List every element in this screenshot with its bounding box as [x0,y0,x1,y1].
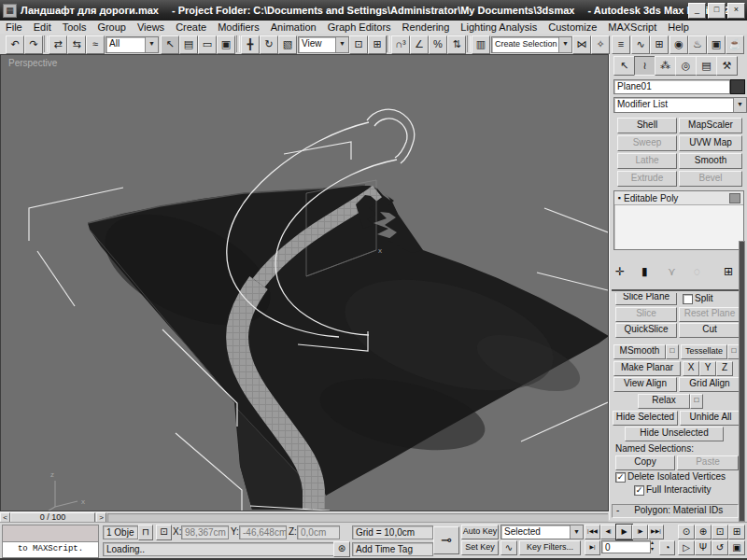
render-production-icon[interactable]: ☕ [726,35,744,54]
stack-item-editable-poly[interactable]: Editable Poly [624,193,729,203]
bind-to-spacewarp-icon[interactable]: ≈ [86,35,105,54]
select-and-move-icon[interactable]: ╋ [241,35,260,54]
rollout-collapse-icon[interactable]: - [616,505,619,516]
menu-customize[interactable]: Customize [543,21,602,33]
pin-stack-icon[interactable]: ✛ [615,265,625,278]
uvw-map-button[interactable]: UVW Map [679,135,742,151]
tessellate-button[interactable]: Tessellate [681,344,727,359]
make-planar-y-button[interactable]: Y [699,361,716,376]
quickslice-button[interactable]: QuickSlice [615,323,677,338]
ref-coord-dropdown[interactable]: View ▼ [298,36,349,53]
x-coordinate-field[interactable]: 98,367cm [181,525,229,539]
tab-display[interactable]: ▤ [696,56,717,76]
add-time-tag[interactable]: Add Time Tag [352,542,433,556]
spinner-down-icon[interactable]: ▾ [651,546,654,552]
named-selection-dropdown[interactable]: Create Selection Set ▼ [491,36,572,53]
hide-unselected-button[interactable]: Hide Unselected [625,427,724,441]
restore-button[interactable]: □ [708,3,726,19]
stack-onoff-icon[interactable] [729,193,740,203]
curve-editor-icon[interactable]: ∿ [631,35,650,54]
menu-tools[interactable]: Tools [57,21,92,33]
title-bar[interactable]: ▦ Ландшафт для дороги.max - Project Fold… [0,0,747,21]
dropdown-arrow-icon[interactable]: ▼ [335,37,348,52]
set-key-button[interactable]: Set Key [461,540,499,555]
menu-maxscript[interactable]: MAXScript [602,21,662,33]
snap-toggle-3d-icon[interactable]: ∩³ [391,35,410,54]
polygon-material-ids-rollout-header[interactable]: - Polygon: Material IDs [612,504,739,518]
show-end-result-icon[interactable]: ▮ [641,265,648,278]
select-and-scale-icon[interactable]: ▧ [278,35,297,54]
menu-file[interactable]: File [0,21,28,33]
object-name-field[interactable]: Plane01 [613,79,730,94]
frame-spinner[interactable]: ▴▾ [649,539,655,553]
layer-manager-icon[interactable]: ≡ [612,35,630,54]
zoom-extents-all-icon[interactable]: ⊞ [728,525,745,539]
previous-frame-icon[interactable]: ◀| [600,525,616,539]
selection-filter-dropdown[interactable]: All ▼ [106,36,159,53]
zoom-extents-icon[interactable]: ⊡ [712,525,728,539]
dropdown-arrow-icon[interactable]: ▼ [558,37,571,52]
listener-macro-line[interactable] [2,525,99,542]
default-tangent-icon[interactable]: ∿ [500,540,517,555]
undo-icon[interactable]: ↶ [6,35,24,54]
isolate-mode-icon[interactable]: ⊛ [333,541,350,557]
copy-button[interactable]: Copy [615,455,675,470]
cut-button[interactable]: Cut [679,323,740,338]
select-and-link-icon[interactable]: ⇄ [49,35,67,54]
selection-set-dropdown[interactable]: Selected ▼ [500,525,584,539]
select-by-name-icon[interactable]: ▤ [179,35,198,54]
select-object-icon[interactable]: ↖ [161,35,179,54]
menu-lighting-analysis[interactable]: Lighting Analysis [455,21,543,33]
menu-modifiers[interactable]: Modifiers [212,21,265,33]
slice-plane-button[interactable]: Slice Plane [615,293,677,305]
menu-group[interactable]: Group [92,21,132,33]
menu-edit[interactable]: Edit [28,21,57,33]
percent-snap-icon[interactable]: % [429,35,447,54]
maximize-viewport-icon[interactable]: ▣ [728,540,745,555]
modifier-stack[interactable]: ▪ Editable Poly [613,190,744,250]
pan-view-icon[interactable]: Ψ [695,540,712,555]
redo-icon[interactable]: ↷ [24,35,43,54]
minimize-button[interactable]: _ [688,3,706,19]
tab-hierarchy[interactable]: ⁂ [655,56,676,76]
render-setup-icon[interactable]: ♨ [688,35,707,54]
menu-animation[interactable]: Animation [265,21,322,33]
dropdown-arrow-icon[interactable]: ▼ [570,525,583,539]
unhide-all-button[interactable]: Unhide All [680,411,740,426]
menu-rendering[interactable]: Rendering [397,21,456,33]
angle-snap-icon[interactable]: ∠ [410,35,429,54]
delete-isolated-checkbox[interactable]: ✓ [615,472,626,483]
tab-create[interactable]: ↖ [613,56,635,76]
menu-views[interactable]: Views [132,21,170,33]
relax-button[interactable]: Relax [638,394,690,409]
make-planar-button[interactable]: Make Planar [613,361,681,376]
stack-expand-icon[interactable]: ▪ [614,193,624,203]
time-slider-track[interactable] [107,513,608,522]
field-of-view-icon[interactable]: ▷ [678,540,695,555]
relax-settings-icon[interactable]: □ [690,394,703,409]
material-editor-icon[interactable]: ◉ [669,35,688,54]
dropdown-arrow-icon[interactable]: ▼ [145,37,158,52]
select-manipulate-icon[interactable]: ⊞ [368,35,387,54]
split-checkbox[interactable] [683,294,693,304]
listener-script-line[interactable]: to MAXScript. [2,541,99,558]
orbit-icon[interactable]: ↺ [712,540,728,555]
hide-selected-button[interactable]: Hide Selected [613,411,678,426]
close-button[interactable]: × [727,3,745,19]
schematic-view-icon[interactable]: ⊞ [650,35,669,54]
time-configuration-icon[interactable]: ◔ [659,540,675,555]
window-crossing-icon[interactable]: ▣ [217,35,235,54]
auto-key-button[interactable]: Auto Key [461,525,499,539]
shell-button[interactable]: Shell [617,118,677,133]
menu-help[interactable]: Help [662,21,695,33]
make-planar-x-button[interactable]: X [683,361,699,376]
spinner-snap-icon[interactable]: ⇅ [447,35,466,54]
msmooth-settings-icon[interactable]: □ [666,344,679,359]
edit-named-selection-icon[interactable]: ▥ [472,35,490,54]
full-interactivity-checkbox[interactable]: ✓ [634,485,644,496]
y-coordinate-field[interactable]: -46,648cm [239,525,287,539]
rect-selection-region-icon[interactable]: ▭ [198,35,217,54]
spinner-up-icon[interactable]: ▴ [651,539,654,545]
go-to-end-icon[interactable]: ▶▶| [648,525,664,539]
make-planar-z-button[interactable]: Z [716,361,733,376]
